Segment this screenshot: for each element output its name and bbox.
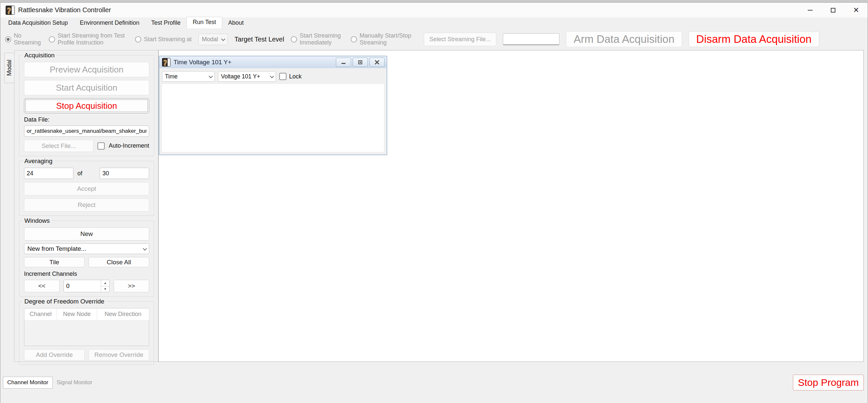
plot-selector-0[interactable]: Time — [162, 71, 215, 82]
close-all-button[interactable]: Close All — [89, 257, 149, 267]
dof-col-new-node: New Node — [57, 309, 97, 320]
side-tab-column: Modal — [4, 50, 14, 362]
close-button[interactable]: ✕ — [845, 3, 868, 18]
averages-current-input[interactable] — [24, 168, 73, 179]
windows-group: Windows New New from Template... Tile Cl… — [19, 221, 154, 296]
restore-button[interactable] — [353, 58, 368, 67]
radio-start-streaming-immediately[interactable]: Start Streaming Immediately — [291, 32, 344, 46]
streaming-toolbar: No Streaming Start Streaming from Test P… — [0, 28, 868, 50]
increment-back-button[interactable]: << — [24, 280, 60, 292]
plot-canvas[interactable] — [162, 84, 384, 152]
close-button[interactable] — [369, 58, 384, 67]
tab-test-profile[interactable]: Test Profile — [145, 18, 186, 28]
radio-manually-start-stop[interactable]: Manually Start/Stop Streaming — [351, 32, 417, 46]
main-tab-bar: Data Acquisition Setup Environment Defin… — [0, 18, 868, 28]
tab-channel-monitor[interactable]: Channel Monitor — [3, 377, 53, 388]
mdi-window-title: Time Voltage 101 Y+ — [174, 59, 231, 66]
radio-icon — [351, 36, 357, 42]
stop-program-button[interactable]: Stop Program — [793, 375, 864, 391]
preview-acquisition-button[interactable]: Preview Acquisition — [24, 62, 149, 77]
tab-signal-monitor[interactable]: Signal Monitor — [53, 377, 96, 388]
radio-start-streaming-from-profile[interactable]: Start Streaming from Test Profile Instru… — [49, 32, 128, 46]
data-file-input[interactable] — [24, 125, 149, 137]
snake-icon — [162, 58, 170, 66]
modal-level-select[interactable]: Modal — [198, 34, 228, 45]
dof-override-table[interactable]: Channel New Node New Direction — [24, 308, 149, 346]
streaming-file-input[interactable] — [503, 33, 559, 45]
titlebar[interactable]: Rattlesnake Vibration Controller ✕ — [0, 3, 868, 18]
new-from-template-select[interactable]: New from Template... — [24, 243, 149, 254]
mdi-window-body: TimeVoltage 101 Y+Lock — [159, 68, 386, 154]
auto-increment-label: Auto-Increment — [108, 142, 149, 149]
radio-icon — [5, 36, 11, 42]
maximize-button[interactable] — [822, 3, 845, 18]
plot-selector-row: TimeVoltage 101 Y+Lock — [162, 71, 384, 82]
control-panel: Acquisition Preview Acquisition Start Ac… — [14, 50, 158, 362]
window-title: Rattlesnake Vibration Controller — [18, 6, 111, 14]
checkbox-icon — [279, 73, 286, 80]
target-test-level-label: Target Test Level — [235, 36, 284, 43]
data-file-label: Data File: — [24, 116, 149, 123]
dof-empty-body — [24, 320, 149, 346]
mdi-window-controls — [336, 58, 384, 67]
tab-environment-definition[interactable]: Environment Definition — [74, 18, 145, 28]
app-window: Rattlesnake Vibration Controller ✕ Data … — [0, 3, 868, 403]
remove-override-button[interactable]: Remove Override — [89, 349, 149, 361]
main-area: Modal Acquisition Preview Acquisition St… — [0, 50, 868, 362]
mdi-area[interactable]: Time Voltage 101 Y+TimeVoltage 101 Y+Loc… — [158, 50, 864, 362]
tab-about[interactable]: About — [222, 18, 250, 28]
accept-button[interactable]: Accept — [24, 182, 149, 195]
dof-col-channel: Channel — [24, 309, 57, 320]
start-acquisition-button[interactable]: Start Acquisition — [24, 80, 149, 95]
radio-no-streaming[interactable]: No Streaming — [5, 32, 42, 46]
radio-icon — [49, 36, 55, 42]
chevron-down-icon — [143, 246, 147, 251]
select-file-button[interactable]: Select File... — [24, 140, 94, 152]
averaging-group: Averaging of Accept Reject — [19, 161, 154, 216]
chevron-down-icon — [270, 74, 274, 78]
averages-total-input[interactable] — [100, 168, 149, 179]
mdi-window[interactable]: Time Voltage 101 Y+TimeVoltage 101 Y+Loc… — [159, 56, 387, 155]
mdi-titlebar[interactable]: Time Voltage 101 Y+ — [159, 56, 386, 68]
plot-selector-1[interactable]: Voltage 101 Y+ — [218, 71, 276, 82]
dof-col-new-direction: New Direction — [97, 309, 149, 320]
radio-icon — [135, 36, 141, 42]
spin-up-icon[interactable]: ▲ — [101, 280, 109, 286]
spin-arrows[interactable]: ▲▼ — [101, 280, 109, 292]
increment-channels-label: Increment Channels — [24, 270, 149, 278]
radio-icon — [291, 36, 297, 42]
lock-checkbox[interactable]: Lock — [279, 73, 302, 80]
side-tab-modal[interactable]: Modal — [4, 53, 14, 83]
increment-spinbox[interactable]: ▲▼ — [64, 280, 110, 292]
minimize-button[interactable] — [336, 58, 351, 67]
tile-button[interactable]: Tile — [24, 257, 85, 267]
chevron-down-icon — [221, 36, 225, 41]
chevron-down-icon — [209, 74, 213, 78]
minimize-button[interactable] — [799, 3, 822, 18]
increment-value-input[interactable] — [64, 280, 101, 292]
disarm-data-acquisition-button[interactable]: Disarm Data Acquisition — [688, 31, 819, 47]
tab-run-test[interactable]: Run Test — [186, 17, 222, 28]
desktop-strip — [0, 0, 868, 3]
reject-button[interactable]: Reject — [24, 198, 149, 211]
app-icon — [6, 6, 15, 15]
select-streaming-file-button[interactable]: Select Streaming File... — [424, 33, 496, 46]
of-label: of — [78, 170, 82, 177]
spin-down-icon[interactable]: ▼ — [101, 286, 109, 292]
add-override-button[interactable]: Add Override — [24, 349, 85, 361]
increment-forward-button[interactable]: >> — [114, 280, 149, 292]
stop-acquisition-button[interactable]: Stop Acquisition — [24, 98, 149, 113]
auto-increment-checkbox[interactable] — [97, 142, 105, 150]
dof-override-group: Degree of Freedom Override Channel New N… — [19, 301, 154, 365]
new-window-button[interactable]: New — [24, 227, 149, 240]
status-bar: Channel Monitor Signal Monitor Stop Prog… — [0, 362, 868, 403]
acquisition-group: Acquisition Preview Acquisition Start Ac… — [19, 55, 154, 156]
arm-data-acquisition-button[interactable]: Arm Data Acquisition — [566, 31, 682, 47]
tab-data-acquisition-setup[interactable]: Data Acquisition Setup — [2, 18, 74, 28]
radio-start-streaming-at[interactable]: Start Streaming at — [135, 36, 192, 43]
